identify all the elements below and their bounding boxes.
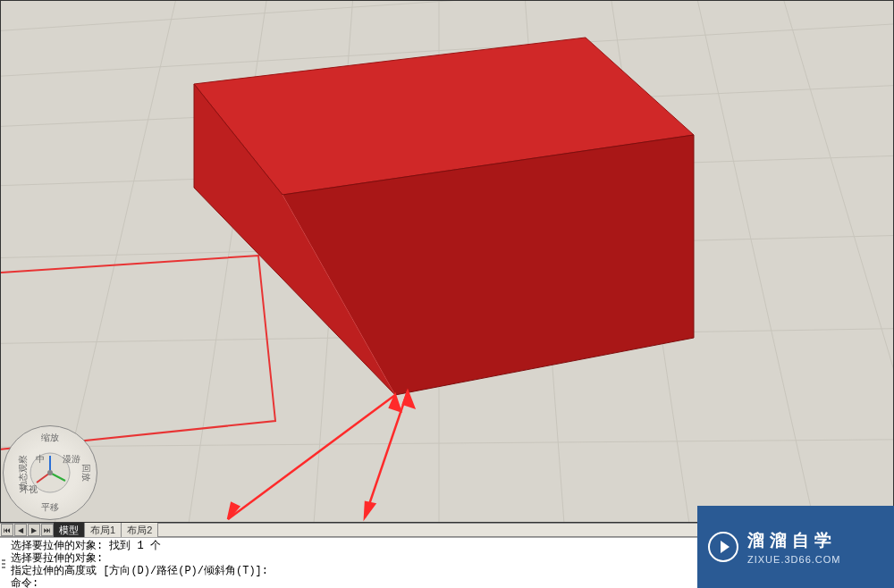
watermark-title: 溜溜自学 xyxy=(747,529,840,552)
navwheel-inner-1[interactable]: 环视 xyxy=(20,483,38,496)
watermark-badge: 溜溜自学 ZIXUE.3D66.COM xyxy=(697,506,894,588)
navwheel-inner-2[interactable]: 漫游 xyxy=(63,453,80,466)
tab-model[interactable]: 模型 xyxy=(53,523,85,538)
navwheel-pan[interactable]: 平移 xyxy=(41,501,59,514)
navwheel-inner-0[interactable]: 中 xyxy=(36,453,45,466)
navigation-wheel[interactable]: 缩放 平移 动态观察 回放 中 环视 漫游 xyxy=(3,425,97,520)
tab-nav-last[interactable]: ⏭ xyxy=(41,524,54,536)
watermark-url: ZIXUE.3D66.COM xyxy=(747,554,840,565)
play-icon xyxy=(708,532,738,562)
panel-resize-handle[interactable] xyxy=(2,538,5,588)
tab-layout1[interactable]: 布局1 xyxy=(84,523,122,538)
navwheel-zoom[interactable]: 缩放 xyxy=(41,432,59,444)
tab-nav-first[interactable]: ⏮ xyxy=(1,524,13,536)
viewport-3d[interactable]: 缩放 平移 动态观察 回放 中 环视 漫游 xyxy=(0,0,894,523)
navwheel-rewind[interactable]: 回放 xyxy=(80,464,92,482)
red-box-final[interactable] xyxy=(1,1,894,523)
tab-nav-prev[interactable]: ◀ xyxy=(14,524,27,536)
svg-point-87 xyxy=(47,470,53,475)
tab-nav-next[interactable]: ▶ xyxy=(28,524,40,536)
tab-layout2[interactable]: 布局2 xyxy=(121,523,158,538)
